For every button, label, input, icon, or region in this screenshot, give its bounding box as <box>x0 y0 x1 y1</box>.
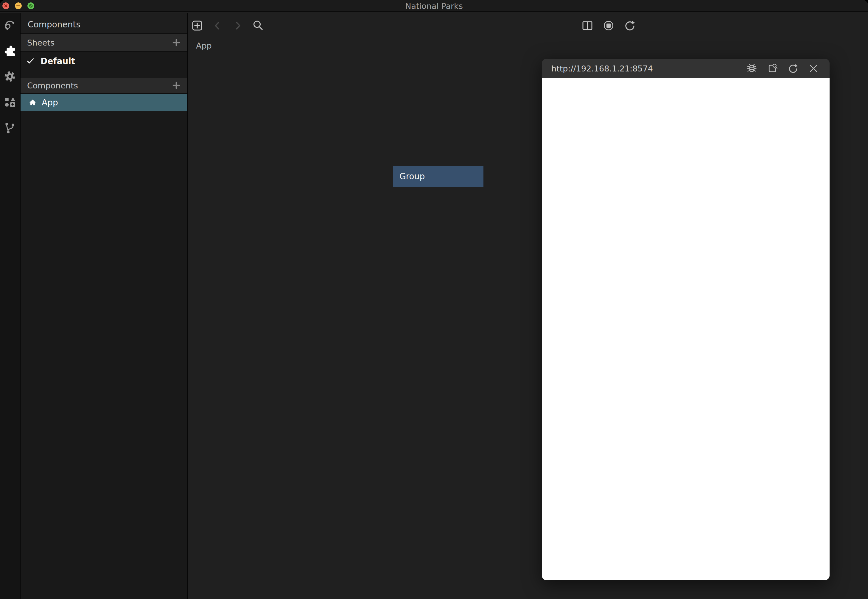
canvas: App Group http://192.168.1.21:8574 <box>188 13 868 599</box>
sheet-item-label: Default <box>41 56 75 66</box>
preview-header-icons <box>746 63 819 74</box>
window-title: National Parks <box>0 0 868 12</box>
sidebar: Components Sheets Default Components <box>21 13 188 599</box>
app-window: National Parks <box>0 0 868 599</box>
settings-gear-icon[interactable] <box>4 70 16 83</box>
preview-close-icon[interactable] <box>808 63 819 74</box>
checkmark-icon <box>26 57 35 65</box>
reload-icon[interactable] <box>624 20 636 32</box>
sheet-item-default[interactable]: Default <box>21 52 187 70</box>
flow-icon[interactable] <box>4 19 16 32</box>
canvas-toolbar-left <box>191 13 264 38</box>
preview-reload-icon[interactable] <box>788 63 798 74</box>
inspect-icon[interactable] <box>767 63 778 74</box>
components-section-title: Components <box>27 81 78 90</box>
preview-header[interactable]: http://192.168.1.21:8574 <box>542 59 830 78</box>
components-section-header: Components <box>21 78 187 94</box>
titlebar: National Parks <box>0 0 868 12</box>
group-element[interactable]: Group <box>393 166 484 187</box>
nav-back-icon[interactable] <box>211 20 223 32</box>
sheets-section-title: Sheets <box>27 38 54 47</box>
version-control-branch-icon[interactable] <box>4 122 16 134</box>
stop-icon[interactable] <box>603 20 615 32</box>
search-icon[interactable] <box>252 20 264 32</box>
debug-bug-icon[interactable] <box>746 63 757 74</box>
group-element-label: Group <box>399 172 425 181</box>
home-icon <box>29 99 37 107</box>
breadcrumb[interactable]: App <box>196 41 212 50</box>
components-icon[interactable] <box>4 45 16 57</box>
nav-forward-icon[interactable] <box>232 20 244 32</box>
sidebar-spacer <box>21 70 187 78</box>
sidebar-panel-title: Components <box>21 13 187 34</box>
add-frame-icon[interactable] <box>191 20 203 32</box>
preview-content <box>542 78 830 580</box>
assets-shapes-icon[interactable] <box>4 96 16 108</box>
split-view-icon[interactable] <box>582 20 593 32</box>
preview-url: http://192.168.1.21:8574 <box>552 64 653 73</box>
canvas-toolbar-right <box>582 13 636 38</box>
component-item-label: App <box>42 98 58 107</box>
activity-rail <box>0 13 21 599</box>
main-area: Components Sheets Default Components <box>0 13 868 599</box>
add-component-button[interactable] <box>172 81 181 90</box>
sheets-section-header: Sheets <box>21 34 187 52</box>
add-sheet-button[interactable] <box>172 38 181 47</box>
component-item-app[interactable]: App <box>21 94 187 111</box>
preview-window: http://192.168.1.21:8574 <box>542 59 830 580</box>
